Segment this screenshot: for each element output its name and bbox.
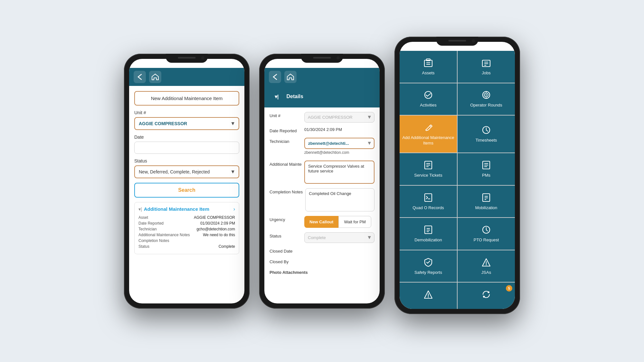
menu-jsas-label: JSAs xyxy=(481,270,491,275)
detail-tech-select[interactable]: zbennett@detechti... xyxy=(304,138,374,149)
service-tickets-icon xyxy=(423,160,433,170)
phone1-screen: New Additional Maintenance Item Unit # A… xyxy=(129,59,244,303)
menu-item-assets[interactable]: Assets xyxy=(400,51,457,83)
detail-unit-select[interactable]: AGGIE COMPRESSOR xyxy=(304,112,374,123)
phone2-notch xyxy=(301,54,343,63)
svg-line-14 xyxy=(430,125,431,127)
menu-item-demobilization[interactable]: Demobilization xyxy=(400,218,457,250)
detail-completion-row: Completion Notes Completed Oil Change xyxy=(270,188,374,211)
result-completion-label: Completion Notes xyxy=(138,238,169,243)
phone2-content: Unit # AGGIE COMPRESSOR ▼ Date Reported … xyxy=(264,107,380,303)
result-status-row: Status Complete xyxy=(138,244,235,249)
menu-service-tickets-label: Service Tickets xyxy=(414,173,442,178)
urgency-new-callout-button[interactable]: New Callout xyxy=(304,216,338,228)
svg-line-17 xyxy=(486,130,488,131)
detail-urgency-row: Urgency New Callout Wait for PM xyxy=(270,216,374,228)
svg-point-42 xyxy=(428,297,429,298)
menu-item-safety[interactable]: Safety Reports xyxy=(400,250,457,282)
menu-safety-label: Safety Reports xyxy=(414,270,442,275)
menu-assets-label: Assets xyxy=(422,70,434,76)
status-select[interactable]: New, Deferred, Complete, Rejected xyxy=(134,165,239,178)
phone3: Assets Jobs xyxy=(394,37,520,314)
status-select-wrapper: New, Deferred, Complete, Rejected ▼ xyxy=(134,165,239,178)
menu-item-more1[interactable] xyxy=(400,283,457,309)
menu-item-jsas[interactable]: JSAs xyxy=(458,250,515,282)
menu-item-service-tickets[interactable]: Service Tickets xyxy=(400,153,457,185)
menu-item-activities[interactable]: Activities xyxy=(400,83,457,115)
date-label: Date xyxy=(134,135,239,140)
menu-item-operator-rounds[interactable]: Operator Rounds xyxy=(458,83,515,115)
phone1-home-button[interactable] xyxy=(149,71,161,83)
details-section-title: Details xyxy=(286,94,303,99)
menu-quad-o-label: Quad O Records xyxy=(412,205,444,211)
menu-item-pms[interactable]: PMs xyxy=(458,153,515,185)
detail-closed-date-row: Closed Date xyxy=(270,247,374,254)
menu-item-quad-o[interactable]: Quad O Records xyxy=(400,186,457,218)
phone1-camera xyxy=(201,56,204,60)
result-card-title: Additional Maintenance Item xyxy=(144,206,209,212)
svg-line-38 xyxy=(486,230,488,231)
phone3-speaker xyxy=(449,40,466,42)
collapse-icon[interactable]: ▾| xyxy=(138,207,142,212)
detail-tech-label: Technician xyxy=(270,138,302,144)
menu-pms-label: PMs xyxy=(482,173,490,178)
detail-tech-email: zbennett@detechtion.com xyxy=(304,149,374,156)
detail-addmaint-textarea[interactable]: Service Compressor Valves at future serv… xyxy=(304,161,374,184)
pto-icon xyxy=(481,225,491,235)
add-maintenance-icon xyxy=(423,122,433,133)
new-maintenance-item-button[interactable]: New Additional Maintenance Item xyxy=(134,91,239,106)
svg-rect-26 xyxy=(425,194,432,201)
operator-rounds-icon xyxy=(481,90,491,100)
detail-status-select[interactable]: Complete xyxy=(304,232,374,243)
search-button[interactable]: Search xyxy=(134,183,239,198)
date-input[interactable] xyxy=(134,142,239,154)
result-amn-row: Additional Maintenance Notes We need to … xyxy=(138,233,235,237)
more2-icon xyxy=(481,289,491,300)
menu-demobilization-label: Demobilization xyxy=(414,237,442,243)
menu-item-add-maintenance[interactable]: Add Additional Maintenance Items xyxy=(400,116,457,153)
result-status-value: Complete xyxy=(219,244,235,249)
more1-icon xyxy=(423,289,433,300)
unit-label: Unit # xyxy=(134,110,239,115)
details-collapse-icon[interactable]: ▾| xyxy=(270,90,284,104)
detail-unit-row: Unit # AGGIE COMPRESSOR ▼ xyxy=(270,112,374,123)
demobilization-icon xyxy=(423,225,433,235)
menu-item-jobs[interactable]: Jobs xyxy=(458,51,515,83)
phone1-back-button[interactable] xyxy=(134,71,146,83)
phones-container: New Additional Maintenance Item Unit # A… xyxy=(0,0,644,362)
result-asset-value: AGGIE COMPRESSOR xyxy=(194,215,235,220)
status-label: Status xyxy=(134,158,239,163)
phone2-nav xyxy=(264,68,380,86)
result-expand-icon[interactable]: › xyxy=(233,206,235,212)
result-date-row: Date Reported 01/30/2024 2:09 PM xyxy=(138,221,235,226)
more2-badge: 5 xyxy=(506,285,512,292)
phone2: ▾| Details Unit # AGGIE COMPRESSOR ▼ xyxy=(259,54,385,309)
menu-item-pto[interactable]: PTO Request xyxy=(458,218,515,250)
urgency-wait-for-pm-button[interactable]: Wait for PM xyxy=(338,216,371,228)
details-section-header: ▾| Details xyxy=(264,86,380,107)
result-amn-label: Additional Maintenance Notes xyxy=(138,233,190,237)
phone2-home-button[interactable] xyxy=(284,71,297,83)
phone2-speaker xyxy=(313,57,331,59)
menu-item-timesheets[interactable]: Timesheets xyxy=(458,116,515,153)
result-date-label: Date Reported xyxy=(138,221,164,226)
phone2-back-button[interactable] xyxy=(269,71,281,83)
menu-pto-label: PTO Request xyxy=(474,237,499,243)
menu-item-mobilization[interactable]: Mobilization xyxy=(458,186,515,218)
quad-o-icon xyxy=(423,192,433,203)
detail-completion-label: Completion Notes xyxy=(270,188,303,194)
menu-timesheets-label: Timesheets xyxy=(476,138,497,143)
menu-activities-label: Activities xyxy=(420,103,436,108)
detail-date-label: Date Reported xyxy=(270,127,302,133)
unit-select[interactable]: AGGIE COMPRESSOR xyxy=(134,117,239,130)
phone1-speaker xyxy=(178,57,196,59)
phone2-screen: ▾| Details Unit # AGGIE COMPRESSOR ▼ xyxy=(264,59,380,303)
phone3-notch xyxy=(436,37,478,46)
detail-closed-by-row: Closed By xyxy=(270,258,374,264)
detail-date-row: Date Reported 01/30/2024 2:09 PM xyxy=(270,127,374,133)
detail-completion-textarea[interactable]: Completed Oil Change xyxy=(305,188,374,211)
menu-item-more2[interactable]: 5 xyxy=(458,283,515,309)
phone3-camera xyxy=(472,39,475,42)
urgency-button-group: New Callout Wait for PM xyxy=(304,216,374,228)
detail-status-row: Status Complete ▼ xyxy=(270,232,374,243)
